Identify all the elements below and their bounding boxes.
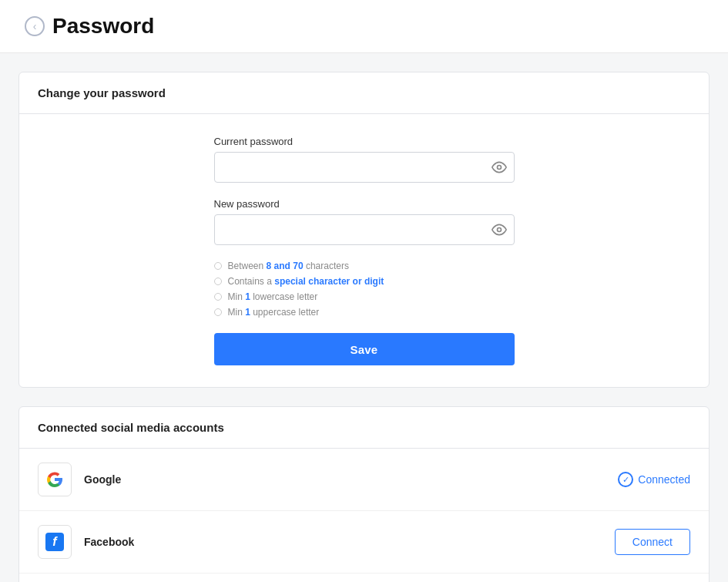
google-connected-badge: ✓ Connected — [618, 472, 690, 487]
social-item-other: Other social media PayPal, TikTok, Twitc… — [19, 574, 709, 582]
social-accounts-header: Connected social media accounts — [19, 407, 709, 449]
rule-item-special: Contains a special character or digit — [214, 276, 515, 287]
new-password-label: New password — [214, 198, 515, 210]
change-password-header: Change your password — [19, 72, 709, 114]
current-password-toggle[interactable] — [491, 160, 507, 175]
social-list: Google ✓ Connected f Facebook Connect — [19, 449, 709, 582]
new-password-input[interactable] — [214, 214, 515, 245]
google-name: Google — [84, 473, 606, 486]
change-password-card: Change your password Current password — [18, 72, 710, 388]
facebook-icon: f — [45, 533, 64, 551]
rule-dot — [214, 262, 222, 270]
facebook-info: Facebook — [84, 536, 602, 548]
current-password-label: Current password — [214, 136, 515, 147]
facebook-name: Facebook — [84, 536, 602, 548]
social-accounts-card: Connected social media accounts Google — [18, 406, 710, 582]
rule-dot — [214, 308, 222, 316]
google-icon — [45, 470, 64, 489]
google-icon-box — [38, 463, 72, 496]
google-status-label: Connected — [638, 473, 690, 486]
google-info: Google — [84, 473, 606, 486]
facebook-connect-button[interactable]: Connect — [615, 529, 690, 555]
rule-item-uppercase: Min 1 uppercase letter — [214, 307, 515, 318]
svg-point-0 — [497, 166, 501, 170]
rule-item-lowercase: Min 1 lowercase letter — [214, 291, 515, 302]
page-header: ‹ Password — [0, 0, 728, 53]
connected-check-icon: ✓ — [618, 472, 633, 487]
current-password-input[interactable] — [214, 152, 515, 183]
social-item-facebook: f Facebook Connect — [19, 511, 709, 574]
current-password-group: Current password — [214, 136, 515, 183]
password-rules: Between 8 and 70 characters Contains a s… — [214, 261, 515, 318]
new-password-group: New password — [214, 198, 515, 245]
rule-item-length: Between 8 and 70 characters — [214, 261, 515, 271]
save-button[interactable]: Save — [214, 333, 515, 365]
social-item-google: Google ✓ Connected — [19, 449, 709, 511]
new-password-toggle[interactable] — [491, 222, 507, 237]
rule-dot — [214, 278, 222, 285]
facebook-icon-box: f — [38, 525, 72, 559]
rule-dot — [214, 293, 222, 301]
back-button[interactable]: ‹ — [25, 16, 45, 36]
svg-point-1 — [497, 228, 501, 232]
page-title: Password — [52, 14, 154, 39]
